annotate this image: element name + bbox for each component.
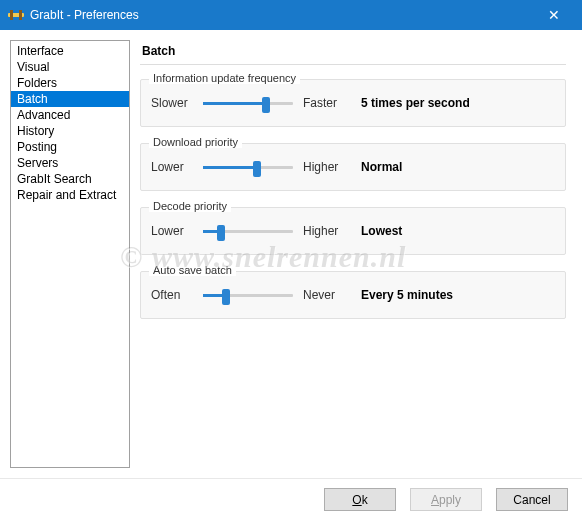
slider-right-label: Never	[303, 288, 343, 302]
slider-value: Normal	[361, 160, 402, 174]
sidebar-item-batch[interactable]: Batch	[11, 91, 129, 107]
content: Batch Information update frequencySlower…	[140, 40, 572, 468]
apply-button: Apply	[410, 488, 482, 511]
page-title: Batch	[140, 40, 566, 65]
footer: Ok Apply Cancel	[0, 478, 582, 520]
cancel-button[interactable]: Cancel	[496, 488, 568, 511]
slider-left-label: Lower	[151, 224, 193, 238]
group-label: Information update frequency	[149, 72, 300, 84]
group-label: Download priority	[149, 136, 242, 148]
slider-value: Lowest	[361, 224, 402, 238]
sidebar-item-advanced[interactable]: Advanced	[11, 107, 129, 123]
sidebar-item-history[interactable]: History	[11, 123, 129, 139]
slider-left-label: Lower	[151, 160, 193, 174]
svg-rect-1	[10, 10, 13, 20]
titlebar: GrabIt - Preferences ✕	[0, 0, 582, 30]
window-title: GrabIt - Preferences	[30, 8, 534, 22]
ok-button[interactable]: Ok	[324, 488, 396, 511]
sidebar: InterfaceVisualFoldersBatchAdvancedHisto…	[10, 40, 130, 468]
body: InterfaceVisualFoldersBatchAdvancedHisto…	[0, 30, 582, 478]
sidebar-item-visual[interactable]: Visual	[11, 59, 129, 75]
slider-right-label: Higher	[303, 224, 343, 238]
slider-row: LowerHigherNormal	[151, 158, 555, 176]
slider-value: 5 times per second	[361, 96, 470, 110]
app-icon	[8, 7, 24, 23]
slider-thumb[interactable]	[262, 97, 270, 113]
sidebar-item-repair-and-extract[interactable]: Repair and Extract	[11, 187, 129, 203]
slider-thumb[interactable]	[222, 289, 230, 305]
slider[interactable]	[203, 222, 293, 240]
group-label: Decode priority	[149, 200, 231, 212]
sidebar-item-posting[interactable]: Posting	[11, 139, 129, 155]
svg-rect-2	[19, 10, 22, 20]
slider-right-label: Faster	[303, 96, 343, 110]
slider-left-label: Slower	[151, 96, 193, 110]
sidebar-item-servers[interactable]: Servers	[11, 155, 129, 171]
group-3: Auto save batchOftenNeverEvery 5 minutes	[140, 271, 566, 319]
slider[interactable]	[203, 286, 293, 304]
slider-thumb[interactable]	[253, 161, 261, 177]
group-2: Decode priorityLowerHigherLowest	[140, 207, 566, 255]
group-0: Information update frequencySlowerFaster…	[140, 79, 566, 127]
close-icon[interactable]: ✕	[534, 7, 574, 23]
sidebar-item-grabit-search[interactable]: GrabIt Search	[11, 171, 129, 187]
slider-row: LowerHigherLowest	[151, 222, 555, 240]
sidebar-item-interface[interactable]: Interface	[11, 43, 129, 59]
group-label: Auto save batch	[149, 264, 236, 276]
sidebar-item-folders[interactable]: Folders	[11, 75, 129, 91]
slider-row: SlowerFaster5 times per second	[151, 94, 555, 112]
slider-thumb[interactable]	[217, 225, 225, 241]
slider[interactable]	[203, 158, 293, 176]
slider-left-label: Often	[151, 288, 193, 302]
slider-right-label: Higher	[303, 160, 343, 174]
slider-row: OftenNeverEvery 5 minutes	[151, 286, 555, 304]
slider-value: Every 5 minutes	[361, 288, 453, 302]
group-1: Download priorityLowerHigherNormal	[140, 143, 566, 191]
slider[interactable]	[203, 94, 293, 112]
